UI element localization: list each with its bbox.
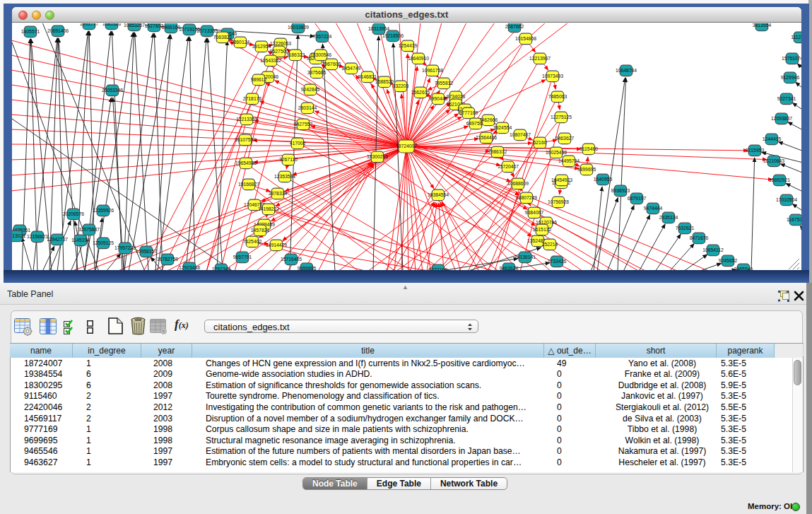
svg-text:9657791: 9657791 <box>233 255 252 259</box>
svg-text:9115460: 9115460 <box>579 146 598 151</box>
svg-text:3913021: 3913021 <box>12 233 25 238</box>
svg-text:3824554: 3824554 <box>493 125 512 130</box>
svg-text:3875685: 3875685 <box>307 70 326 75</box>
svg-text:15692921: 15692921 <box>769 177 790 182</box>
svg-text:8471676: 8471676 <box>690 235 709 240</box>
svg-text:9463627: 9463627 <box>500 266 519 270</box>
svg-text:9427552: 9427552 <box>294 122 313 127</box>
svg-text:14136141: 14136141 <box>514 255 536 259</box>
svg-text:7625402: 7625402 <box>243 239 262 244</box>
svg-text:1640955: 1640955 <box>594 177 613 182</box>
svg-text:9474444: 9474444 <box>644 206 663 211</box>
svg-text:7986372: 7986372 <box>488 149 507 154</box>
svg-text:10648784: 10648784 <box>616 68 637 73</box>
svg-text:1167533: 1167533 <box>787 217 801 222</box>
svg-text:10961758: 10961758 <box>422 68 443 73</box>
svg-text:9860124: 9860124 <box>231 40 250 45</box>
svg-text:12213369: 12213369 <box>236 117 257 122</box>
svg-text:19166827: 19166827 <box>238 182 259 187</box>
svg-text:3186323: 3186323 <box>286 52 305 57</box>
svg-text:2967608: 2967608 <box>322 62 341 66</box>
svg-text:18640910: 18640910 <box>408 56 429 61</box>
svg-text:9734028: 9734028 <box>447 94 466 99</box>
svg-text:9899695: 9899695 <box>577 167 596 172</box>
svg-text:6879197: 6879197 <box>628 196 647 201</box>
svg-text:26053346: 26053346 <box>102 88 123 93</box>
svg-text:989612: 989612 <box>251 77 267 82</box>
svg-text:12275125: 12275125 <box>551 115 572 119</box>
svg-text:1615132: 1615132 <box>533 227 552 232</box>
svg-text:417006: 417006 <box>290 141 306 146</box>
svg-text:10688609: 10688609 <box>507 181 529 186</box>
svg-text:10154808: 10154808 <box>515 36 536 41</box>
svg-text:8938923: 8938923 <box>611 188 630 193</box>
svg-text:9242845: 9242845 <box>301 87 320 92</box>
svg-text:16454923: 16454923 <box>551 177 572 182</box>
svg-text:9777169: 9777169 <box>429 267 448 270</box>
svg-text:19654985: 19654985 <box>235 160 257 165</box>
svg-text:9777169: 9777169 <box>459 110 478 115</box>
svg-text:1244415: 1244415 <box>763 136 782 141</box>
svg-text:21564436: 21564436 <box>476 135 497 140</box>
svg-text:7462666: 7462666 <box>479 117 498 122</box>
svg-text:9463627: 9463627 <box>555 136 575 141</box>
svg-text:17010504: 17010504 <box>776 197 797 202</box>
svg-text:10958157: 10958157 <box>136 249 157 254</box>
svg-text:1993717: 1993717 <box>80 23 99 26</box>
svg-text:18300295: 18300295 <box>367 154 388 159</box>
svg-text:9227341: 9227341 <box>777 96 796 101</box>
svg-text:3813954: 3813954 <box>753 23 772 28</box>
svg-text:16210643: 16210643 <box>763 158 784 163</box>
svg-text:1733426: 1733426 <box>548 259 567 264</box>
svg-text:9384067: 9384067 <box>525 210 544 215</box>
svg-text:7955812: 7955812 <box>435 81 454 86</box>
svg-text:12923448: 12923448 <box>179 265 200 270</box>
svg-text:12226053: 12226053 <box>270 41 291 46</box>
svg-text:16033809: 16033809 <box>288 25 309 30</box>
svg-text:12359926: 12359926 <box>93 208 114 213</box>
svg-text:7663822: 7663822 <box>213 35 233 40</box>
svg-text:18807249: 18807249 <box>516 195 537 200</box>
svg-text:10807487: 10807487 <box>510 132 531 137</box>
svg-text:15720407: 15720407 <box>498 164 519 169</box>
svg-text:7485063: 7485063 <box>548 94 567 99</box>
svg-text:9990448: 9990448 <box>429 96 448 101</box>
svg-text:9465546: 9465546 <box>734 267 753 270</box>
svg-text:9146821: 9146821 <box>358 74 377 79</box>
svg-text:20691406: 20691406 <box>47 28 69 33</box>
svg-text:832203: 832203 <box>393 83 409 88</box>
svg-text:12156823: 12156823 <box>27 234 48 239</box>
svg-text:8215953: 8215953 <box>746 148 765 153</box>
svg-text:15716485: 15716485 <box>281 257 302 262</box>
svg-text:12093837: 12093837 <box>771 116 792 121</box>
svg-text:12353594: 12353594 <box>274 174 295 179</box>
svg-text:16107553: 16107553 <box>235 137 256 142</box>
svg-text:18724007: 18724007 <box>396 144 417 148</box>
svg-text:10973493: 10973493 <box>542 74 563 78</box>
svg-text:14198222: 14198222 <box>258 206 279 211</box>
svg-text:1145194: 1145194 <box>71 238 90 243</box>
svg-text:10025438: 10025438 <box>546 150 567 155</box>
svg-text:1254419: 1254419 <box>399 43 418 48</box>
svg-text:9245652: 9245652 <box>719 258 738 263</box>
svg-text:2935134: 2935134 <box>659 215 678 220</box>
svg-text:9699695: 9699695 <box>298 266 317 270</box>
svg-text:1457821: 1457821 <box>251 228 270 233</box>
svg-text:20206576: 20206576 <box>63 211 84 216</box>
svg-text:12942737: 12942737 <box>47 237 68 242</box>
svg-text:1562615: 1562615 <box>411 90 430 95</box>
svg-text:7357224: 7357224 <box>313 34 332 39</box>
svg-text:1588520: 1588520 <box>375 79 394 84</box>
svg-text:18300546: 18300546 <box>310 52 331 57</box>
svg-text:2718176: 2718176 <box>243 96 262 101</box>
svg-text:3267110: 3267110 <box>279 157 298 162</box>
svg-text:9129946: 9129946 <box>781 75 800 80</box>
svg-text:16713355: 16713355 <box>196 28 218 33</box>
svg-text:18313954: 18313954 <box>368 26 389 31</box>
svg-text:10853267: 10853267 <box>124 23 145 28</box>
svg-text:2803144: 2803144 <box>298 105 317 110</box>
svg-text:1405571: 1405571 <box>21 29 40 34</box>
svg-text:14495794: 14495794 <box>558 158 579 163</box>
svg-text:12505125: 12505125 <box>93 240 114 245</box>
svg-text:10756928: 10756928 <box>548 199 569 204</box>
